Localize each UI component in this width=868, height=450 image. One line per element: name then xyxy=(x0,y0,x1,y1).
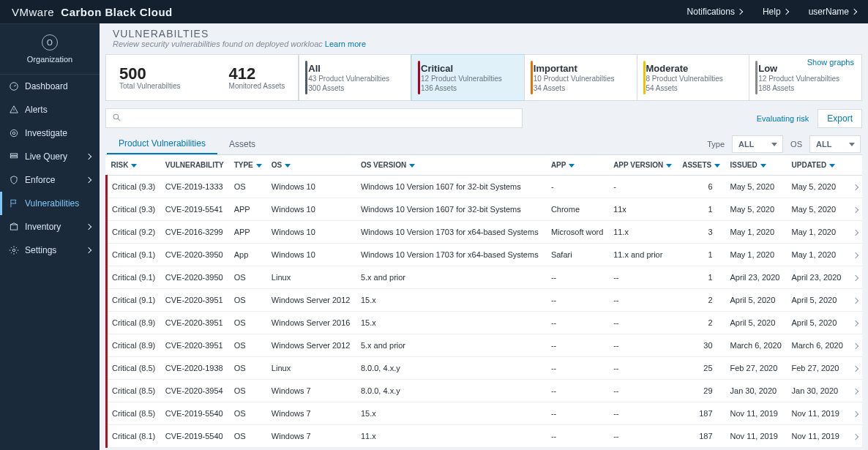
row-expand-button[interactable] xyxy=(849,380,862,402)
sidebar-item-investigate[interactable]: Investigate xyxy=(0,121,100,145)
chevron-right-icon xyxy=(852,320,858,326)
table-row[interactable]: Critical (8.9)CVE-2020-3951OSWindows Ser… xyxy=(107,312,863,334)
user-menu[interactable]: userName xyxy=(809,7,856,17)
table-row[interactable]: Critical (8.1)CVE-2019-5540OSWindows 711… xyxy=(107,425,863,448)
show-graphs-link[interactable]: Show graphs xyxy=(807,58,854,67)
brand-prefix: VMware xyxy=(12,6,54,18)
export-button[interactable]: Export xyxy=(818,109,862,128)
cell-os-version: 8.0.0, 4.x.y xyxy=(356,380,547,402)
table-row[interactable]: Critical (9.3)CVE-2019-5541APPWindows 10… xyxy=(107,198,863,221)
cell-risk: Critical (9.1) xyxy=(107,244,161,266)
col-vulnerability[interactable]: VULNERABILITY xyxy=(161,155,230,176)
learn-more-link[interactable]: Learn more xyxy=(325,40,366,48)
tab-product-vulnerabilities[interactable]: Product Vulnerabilities xyxy=(107,134,217,154)
stack-icon xyxy=(9,151,19,162)
table-row[interactable]: Critical (8.5)CVE-2020-1938OSLinux8.0.0,… xyxy=(107,357,863,380)
row-expand-button[interactable] xyxy=(849,266,862,289)
severity-name: Important xyxy=(534,63,628,74)
cell-app-version: - xyxy=(609,176,678,198)
chevron-right-icon xyxy=(852,207,858,213)
severity-bar-icon xyxy=(418,61,420,94)
table-row[interactable]: Critical (8.5)CVE-2019-5540OSWindows 715… xyxy=(107,402,863,425)
row-expand-button[interactable] xyxy=(849,289,862,312)
severity-name: All xyxy=(308,63,403,74)
severity-card-all[interactable]: All43 Product Vulnerabilties300 Assets xyxy=(299,55,411,100)
sidebar-item-label: Live Query xyxy=(25,151,67,162)
cell-updated: April 5, 2020 xyxy=(787,312,849,334)
table-row[interactable]: Critical (9.1)CVE-2020-3950AppWindows 10… xyxy=(107,244,863,266)
tab-assets[interactable]: Assets xyxy=(217,135,267,154)
notifications-link[interactable]: Notifications xyxy=(687,7,742,17)
total-vuln-card: 500 Total Vulnerabilties xyxy=(106,55,194,100)
severity-card-moderate[interactable]: Moderate8 Product Vulnerabilties54 Asset… xyxy=(637,55,749,100)
col-risk[interactable]: RISK xyxy=(107,155,161,176)
severity-line2: 188 Assets xyxy=(758,83,853,93)
cell-type: OS xyxy=(230,380,267,402)
help-link[interactable]: Help xyxy=(763,7,788,17)
cell-type: OS xyxy=(230,402,267,425)
col-assets[interactable]: ASSETS xyxy=(678,155,725,176)
cell-assets: 2 xyxy=(678,289,725,312)
cell-app: -- xyxy=(547,402,609,425)
table-row[interactable]: Critical (9.1)CVE-2020-3950OSLinux5.x an… xyxy=(107,266,863,289)
search-input[interactable] xyxy=(126,113,516,124)
row-expand-button[interactable] xyxy=(849,312,862,334)
chevron-right-icon xyxy=(782,9,788,15)
filter-os-select[interactable]: ALL xyxy=(809,135,861,153)
cell-type: OS xyxy=(230,266,267,289)
sort-icon xyxy=(760,164,766,168)
table-row[interactable]: Critical (9.2)CVE-2016-3299APPWindows 10… xyxy=(107,221,863,244)
cell-os: Linux xyxy=(267,266,356,289)
sidebar-item-settings[interactable]: Settings xyxy=(0,239,100,262)
table-row[interactable]: Critical (9.1)CVE-2020-3951OSWindows Ser… xyxy=(107,289,863,312)
search-box[interactable] xyxy=(105,108,523,128)
sidebar-item-livequery[interactable]: Live Query xyxy=(0,145,100,168)
row-expand-button[interactable] xyxy=(849,221,862,244)
cell-os-version: 15.x xyxy=(356,402,547,425)
table-row[interactable]: Critical (8.9)CVE-2020-3951OSWindows Ser… xyxy=(107,334,863,357)
chevron-right-icon xyxy=(852,411,858,417)
cell-vulnerability: CVE-2020-3950 xyxy=(161,244,230,266)
row-expand-button[interactable] xyxy=(849,402,862,425)
col-app[interactable]: APP xyxy=(547,155,609,176)
cell-app: - xyxy=(547,176,609,198)
row-expand-button[interactable] xyxy=(849,334,862,357)
col-issued[interactable]: ISSUED xyxy=(726,155,787,176)
cell-vulnerability: CVE-2020-3951 xyxy=(161,289,230,312)
row-expand-button[interactable] xyxy=(849,244,862,266)
cell-updated: Nov 11, 2019 xyxy=(787,425,849,448)
table-row[interactable]: Critical (8.5)CVE-2020-3954OSWindows 78.… xyxy=(107,380,863,402)
row-expand-button[interactable] xyxy=(849,198,862,221)
org-selector[interactable]: O Organization xyxy=(0,24,100,75)
col-type[interactable]: TYPE xyxy=(230,155,267,176)
cell-type: OS xyxy=(230,176,267,198)
sidebar-item-vulnerabilities[interactable]: Vulnerabilities xyxy=(0,192,100,215)
cell-app: -- xyxy=(547,266,609,289)
severity-card-critical[interactable]: Critical12 Product Vulnerabilties136 Ass… xyxy=(411,55,524,100)
cell-issued: May 5, 2020 xyxy=(726,198,787,221)
row-expand-button[interactable] xyxy=(849,176,862,198)
top-bar: VMware Carbon Black Cloud Notifications … xyxy=(0,0,868,23)
cell-os: Windows 10 xyxy=(267,198,356,221)
chevron-right-icon xyxy=(852,275,858,281)
col-updated[interactable]: UPDATED xyxy=(787,155,849,176)
sidebar-item-alerts[interactable]: Alerts xyxy=(0,98,100,121)
target-icon xyxy=(9,128,19,138)
col-os-version[interactable]: OS VERSION xyxy=(356,155,547,176)
cell-updated: April 23, 2020 xyxy=(787,266,849,289)
col-app-version[interactable]: APP VERSION xyxy=(609,155,678,176)
row-expand-button[interactable] xyxy=(849,357,862,380)
filter-type-select[interactable]: ALL xyxy=(732,135,783,153)
shield-icon xyxy=(9,175,19,185)
col-os[interactable]: OS xyxy=(267,155,356,176)
sidebar-item-enforce[interactable]: Enforce xyxy=(0,168,100,192)
severity-card-important[interactable]: Important10 Product Vulnerabilties34 Ass… xyxy=(524,55,637,100)
severity-name: Moderate xyxy=(646,63,741,74)
org-avatar: O xyxy=(42,34,58,50)
severity-bar-icon xyxy=(643,61,646,94)
sidebar-item-dashboard[interactable]: Dashboard xyxy=(0,75,100,98)
table-row[interactable]: Critical (9.3)CVE-2019-1333OSWindows 10W… xyxy=(107,176,863,198)
sidebar-item-inventory[interactable]: Inventory xyxy=(0,215,100,239)
evaluating-risk-status: Evaluating risk xyxy=(757,114,809,123)
row-expand-button[interactable] xyxy=(849,425,862,448)
